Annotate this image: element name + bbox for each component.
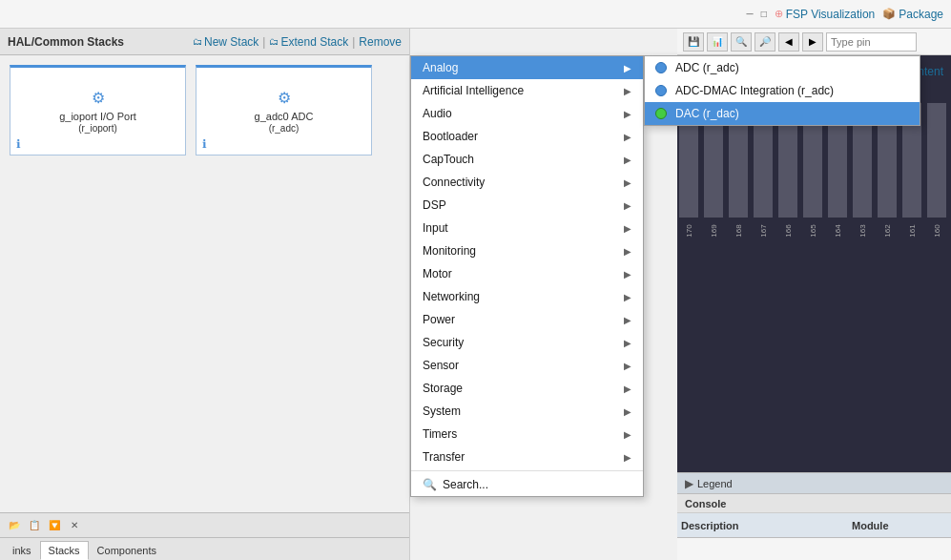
left-panel: HAL/Common Stacks 🗂 New Stack | 🗂 Extend… — [0, 29, 410, 560]
adc-label: g_adc0 ADC(r_adc) — [255, 111, 314, 134]
menu-label-search: Search... — [443, 478, 631, 491]
menu-arrow-input: ▶ — [624, 223, 631, 234]
menu-item-captouch[interactable]: CapTouch ▶ — [411, 148, 643, 171]
tab-components[interactable]: Components — [89, 541, 165, 560]
menu-item-timers[interactable]: Timers ▶ — [411, 423, 643, 446]
menu-item-input[interactable]: Input ▶ — [411, 217, 643, 239]
pin-col-24 — [924, 103, 949, 218]
window-max-icon[interactable]: □ — [761, 9, 767, 19]
menu-item-sensor[interactable]: Sensor ▶ — [411, 354, 643, 377]
menu-arrow-monitoring: ▶ — [624, 246, 631, 257]
ioport-info-icon: ℹ — [16, 137, 21, 151]
package-label: 📦 Package — [882, 8, 943, 21]
sub-menu: ADC (r_adc) ADC-DMAC Integration (r_adc)… — [644, 55, 920, 126]
submenu-item-adcdmac[interactable]: ADC-DMAC Integration (r_adc) — [645, 79, 920, 102]
toolbar-nav2-btn[interactable]: ▶ — [802, 32, 823, 52]
bottom-tabs: inks Stacks Components — [0, 537, 409, 560]
stack-card-adc[interactable]: ⚙ g_adc0 ADC(r_adc) ℹ — [196, 65, 372, 156]
menu-label-sensor: Sensor — [423, 359, 624, 372]
menu-label-bootloader: Bootloader — [423, 130, 624, 143]
menu-item-analog[interactable]: Analog ▶ — [411, 56, 643, 79]
menu-arrow-networking: ▶ — [624, 292, 631, 302]
menu-label-networking: Networking — [423, 290, 624, 303]
top-bar: ─ □ ⊕ FSP Visualization 📦 Package — [0, 0, 951, 29]
pin-search-input[interactable] — [826, 32, 917, 52]
menu-label-motor: Motor — [423, 267, 624, 280]
menu-separator — [411, 470, 643, 471]
ioport-icon: ⚙ — [92, 89, 105, 107]
console-col-row: Description Module — [677, 513, 951, 538]
tab-stacks[interactable]: Stacks — [40, 541, 89, 560]
toolbar-search-btn[interactable]: 🔍 — [731, 32, 752, 52]
menu-item-connectivity[interactable]: Connectivity ▶ — [411, 171, 643, 194]
toolbar-btn1[interactable]: 📂 — [6, 517, 23, 534]
toolbar-filter-btn[interactable]: 🔎 — [755, 32, 775, 52]
menu-arrow-bootloader: ▶ — [624, 132, 631, 142]
menu-label-security: Security — [423, 336, 624, 349]
toolbar-save-btn[interactable]: 💾 — [683, 32, 704, 52]
adc-icon: ⚙ — [278, 89, 291, 107]
menu-label-system: System — [423, 404, 624, 418]
new-stack-icon: 🗂 — [193, 36, 202, 47]
search-icon: 🔍 — [423, 478, 437, 491]
toolbar-nav-btn[interactable]: ◀ — [778, 32, 799, 52]
menu-arrow-transfer: ▶ — [624, 452, 631, 463]
menu-arrow-audio: ▶ — [624, 109, 631, 119]
toolbar-btn4[interactable]: ✕ — [66, 517, 83, 534]
console-area: Console Description Module — [677, 493, 951, 560]
new-stack-btn[interactable]: 🗂 New Stack — [193, 35, 258, 49]
menu-item-audio[interactable]: Audio ▶ — [411, 102, 643, 125]
remove-btn[interactable]: Remove — [359, 35, 402, 49]
menu-arrow-timers: ▶ — [624, 429, 631, 440]
toolbar-btn3[interactable]: 🔽 — [46, 517, 63, 534]
menu-item-motor[interactable]: Motor ▶ — [411, 262, 643, 285]
submenu-label-adc: ADC (r_adc) — [675, 61, 739, 74]
menu-label-ai: Artificial Intelligence — [423, 84, 624, 97]
submenu-item-dac[interactable]: DAC (r_dac) — [645, 102, 920, 125]
separator2: | — [352, 35, 355, 49]
menu-arrow-sensor: ▶ — [624, 361, 631, 371]
menu-label-dsp: DSP — [423, 198, 624, 212]
menu-label-input: Input — [423, 221, 624, 235]
submenu-label-adcdmac: ADC-DMAC Integration (r_adc) — [675, 84, 834, 97]
menu-arrow-power: ▶ — [624, 315, 631, 325]
window-min-icon[interactable]: ─ — [747, 9, 754, 19]
menu-label-monitoring: Monitoring — [423, 244, 624, 258]
menu-item-ai[interactable]: Artificial Intelligence ▶ — [411, 79, 643, 102]
menu-item-bootloader[interactable]: Bootloader ▶ — [411, 125, 643, 148]
toolbar-chart-btn[interactable]: 📊 — [707, 32, 728, 52]
menu-item-networking[interactable]: Networking ▶ — [411, 285, 643, 308]
menu-item-security[interactable]: Security ▶ — [411, 331, 643, 354]
extend-stack-icon: 🗂 — [269, 36, 279, 47]
tab-inks[interactable]: inks — [4, 541, 40, 560]
pin-label-24: 160 — [924, 219, 949, 238]
ioport-label: g_ioport I/O Port(r_ioport) — [59, 111, 136, 134]
panel-header: HAL/Common Stacks 🗂 New Stack | 🗂 Extend… — [0, 29, 409, 55]
adc-submenu-icon — [654, 61, 668, 74]
console-module-col: Module — [852, 520, 947, 531]
fsp-viz-label: ⊕ FSP Visualization — [775, 8, 876, 21]
main-menu: Analog ▶ Artificial Intelligence ▶ Audio… — [410, 55, 644, 497]
extend-stack-btn[interactable]: 🗂 Extend Stack — [269, 35, 348, 49]
menu-label-power: Power — [423, 313, 624, 326]
menu-item-search[interactable]: 🔍 Search... — [411, 473, 643, 496]
menu-arrow-storage: ▶ — [624, 384, 631, 394]
bottom-toolbar: 📂 📋 🔽 ✕ — [0, 512, 409, 537]
fsp-viz-icon: ⊕ — [775, 8, 783, 20]
menu-item-transfer[interactable]: Transfer ▶ — [411, 446, 643, 468]
menu-label-audio: Audio — [423, 107, 624, 120]
menu-item-storage[interactable]: Storage ▶ — [411, 377, 643, 400]
menu-item-monitoring[interactable]: Monitoring ▶ — [411, 239, 643, 262]
toolbar-btn2[interactable]: 📋 — [26, 517, 43, 534]
stack-card-ioport[interactable]: ⚙ g_ioport I/O Port(r_ioport) ℹ — [10, 65, 186, 156]
submenu-item-adc[interactable]: ADC (r_adc) — [645, 56, 920, 79]
separator1: | — [262, 35, 265, 49]
menu-item-dsp[interactable]: DSP ▶ — [411, 194, 643, 217]
menu-item-power[interactable]: Power ▶ — [411, 308, 643, 331]
menu-label-timers: Timers — [423, 427, 624, 441]
pin-arrow-spacer7 — [924, 84, 949, 99]
menu-arrow-analog: ▶ — [624, 63, 631, 73]
menu-item-system[interactable]: System ▶ — [411, 400, 643, 423]
menu-label-storage: Storage — [423, 382, 624, 395]
dac-submenu-icon — [654, 107, 668, 120]
